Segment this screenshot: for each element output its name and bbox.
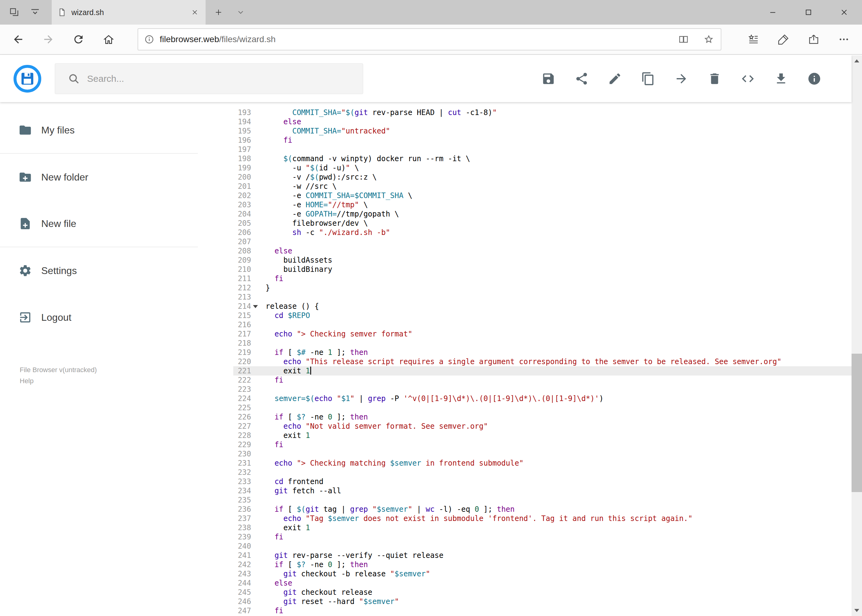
- sidebar-item-my-files[interactable]: My files: [0, 107, 198, 154]
- code-line[interactable]: 197: [233, 145, 851, 154]
- code-line[interactable]: 230: [233, 449, 851, 459]
- move-button[interactable]: [674, 72, 689, 86]
- code-line[interactable]: 214release () {: [233, 302, 851, 311]
- code-line[interactable]: 216: [233, 320, 851, 329]
- code-line[interactable]: 208 else: [233, 246, 851, 256]
- code-line[interactable]: 247 fi: [233, 606, 851, 615]
- code-line[interactable]: 238 exit 1: [233, 523, 851, 532]
- code-line[interactable]: 233 cd frontend: [233, 477, 851, 486]
- code-line[interactable]: 239 fi: [233, 532, 851, 542]
- code-line[interactable]: 217 echo "> Checking semver format": [233, 329, 851, 339]
- code-line[interactable]: 194 else: [233, 117, 851, 126]
- code-editor[interactable]: 193 COMMIT_SHA="$(git rev-parse HEAD | c…: [233, 102, 851, 616]
- code-line[interactable]: 236 if [ $(git tag | grep "$semver" | wc…: [233, 504, 851, 514]
- minimize-button[interactable]: [755, 0, 791, 25]
- back-button[interactable]: [3, 25, 33, 54]
- code-line[interactable]: 221 exit 1: [233, 366, 851, 376]
- sidebar-item-new-folder[interactable]: New folder: [0, 154, 198, 201]
- save-button[interactable]: [541, 72, 555, 86]
- code-line[interactable]: 219 if [ $# -ne 1 ]; then: [233, 348, 851, 357]
- scroll-up-button[interactable]: [851, 55, 862, 66]
- code-line[interactable]: 226 if [ $? -ne 0 ]; then: [233, 412, 851, 422]
- code-line[interactable]: 228 exit 1: [233, 431, 851, 440]
- code-line[interactable]: 196 fi: [233, 136, 851, 145]
- code-line[interactable]: 199 -u "$(id -u)" \: [233, 163, 851, 173]
- share-button[interactable]: [575, 72, 589, 86]
- fold-arrow-icon[interactable]: [253, 305, 258, 308]
- page-scrollbar[interactable]: [851, 55, 862, 616]
- help-link[interactable]: Help: [20, 376, 97, 387]
- reading-view-icon[interactable]: [678, 33, 689, 45]
- maximize-button[interactable]: [791, 0, 826, 25]
- code-line[interactable]: 245 git checkout release: [233, 588, 851, 597]
- code-line[interactable]: 202 -e COMMIT_SHA=$COMMIT_SHA \: [233, 191, 851, 200]
- code-line[interactable]: 234 git fetch --all: [233, 486, 851, 495]
- sidebar-item-settings[interactable]: Settings: [0, 247, 198, 294]
- code-line[interactable]: 209 buildAssets: [233, 256, 851, 265]
- code-line[interactable]: 225: [233, 403, 851, 412]
- code-line[interactable]: 231 echo "> Checking matching $semver in…: [233, 459, 851, 468]
- code-line[interactable]: 218: [233, 339, 851, 348]
- tab-list-button[interactable]: [233, 0, 248, 25]
- code-line[interactable]: 198 $(command -v winpty) docker run --rm…: [233, 154, 851, 163]
- sidebar-item-new-file[interactable]: New file: [0, 201, 198, 247]
- code-line[interactable]: 222 fi: [233, 376, 851, 385]
- code-line[interactable]: 242 if [ $? -ne 0 ]; then: [233, 560, 851, 569]
- code-line[interactable]: 235: [233, 495, 851, 504]
- info-button[interactable]: [807, 72, 821, 86]
- hub-favorites-button[interactable]: [738, 25, 769, 54]
- code-line[interactable]: 203 -e HOME="//tmp" \: [233, 200, 851, 209]
- delete-button[interactable]: [708, 72, 722, 86]
- search-box[interactable]: [55, 63, 363, 94]
- code-line[interactable]: 206 sh -c "./wizard.sh -b": [233, 228, 851, 237]
- home-button[interactable]: [93, 25, 124, 54]
- code-line[interactable]: 229 fi: [233, 440, 851, 449]
- address-bar[interactable]: filebrowser.web/files/wizard.sh: [137, 28, 721, 50]
- scrollbar-thumb[interactable]: [851, 354, 862, 492]
- code-line[interactable]: 207: [233, 237, 851, 246]
- code-line[interactable]: 240: [233, 542, 851, 551]
- code-text: echo "> Checking semver format": [251, 329, 412, 339]
- code-line[interactable]: 212}: [233, 283, 851, 292]
- search-input[interactable]: [87, 74, 363, 84]
- code-line[interactable]: 244 else: [233, 578, 851, 588]
- code-line[interactable]: 204 -e GOPATH=//tmp/gopath \: [233, 209, 851, 218]
- copy-button[interactable]: [641, 72, 655, 86]
- code-line[interactable]: 237 echo "Tag $semver does not exist in …: [233, 514, 851, 523]
- forward-button[interactable]: [33, 25, 63, 54]
- download-button[interactable]: [774, 72, 788, 86]
- code-line[interactable]: 227 echo "Not valid semver format. See s…: [233, 422, 851, 431]
- code-line[interactable]: 201 -w //src \: [233, 182, 851, 191]
- set-tabs-aside-button[interactable]: [6, 0, 22, 25]
- code-line[interactable]: 243 git checkout -b release "$semver": [233, 569, 851, 578]
- code-line[interactable]: 211 fi: [233, 274, 851, 283]
- scroll-down-button[interactable]: [851, 605, 862, 616]
- code-line[interactable]: 224 semver=$(echo "$1" | grep -P '^v(0|[…: [233, 394, 851, 403]
- tab-preview-button[interactable]: [27, 0, 43, 25]
- code-line[interactable]: 213: [233, 292, 851, 302]
- more-options-button[interactable]: [829, 25, 859, 54]
- raw-view-button[interactable]: [741, 72, 755, 86]
- code-line[interactable]: 195 COMMIT_SHA="untracked": [233, 126, 851, 136]
- rename-button[interactable]: [608, 72, 622, 86]
- close-window-button[interactable]: [826, 0, 862, 25]
- code-line[interactable]: 215 cd $REPO: [233, 311, 851, 320]
- code-line[interactable]: 246 git reset --hard "$semver": [233, 597, 851, 606]
- share-page-button[interactable]: [799, 25, 829, 54]
- refresh-button[interactable]: [63, 25, 93, 54]
- browser-tab[interactable]: wizard.sh: [52, 0, 206, 25]
- web-notes-button[interactable]: [769, 25, 799, 54]
- code-line[interactable]: 220 echo "This release script requires a…: [233, 357, 851, 366]
- sidebar-item-logout[interactable]: Logout: [0, 294, 198, 341]
- code-line[interactable]: 193 COMMIT_SHA="$(git rev-parse HEAD | c…: [233, 108, 851, 117]
- code-line[interactable]: 223: [233, 385, 851, 394]
- favorite-star-icon[interactable]: [703, 33, 715, 45]
- code-line[interactable]: 210 buildBinary: [233, 265, 851, 274]
- page-info-icon[interactable]: [144, 34, 155, 45]
- code-line[interactable]: 232: [233, 468, 851, 477]
- code-line[interactable]: 200 -v /$(pwd):/src:z \: [233, 173, 851, 182]
- tab-close-button[interactable]: [189, 7, 200, 17]
- code-line[interactable]: 241 git rev-parse --verify --quiet relea…: [233, 551, 851, 560]
- code-line[interactable]: 205 filebrowser/dev \: [233, 218, 851, 228]
- new-tab-button[interactable]: [210, 0, 227, 25]
